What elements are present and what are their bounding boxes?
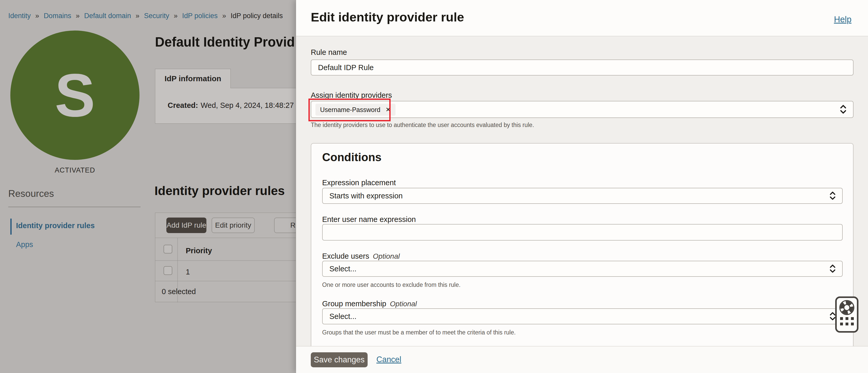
expression-placement-value: Starts with expression (330, 192, 403, 200)
username-expression-label: Enter user name expression (322, 215, 416, 224)
conditions-card: Conditions Expression placement Starts w… (311, 143, 854, 350)
chip-remove-icon[interactable]: ✕ (385, 106, 391, 113)
group-membership-select[interactable]: Select... (322, 308, 843, 324)
lifebuoy-icon (839, 299, 855, 316)
save-changes-button[interactable]: Save changes (311, 352, 368, 367)
stepper-icon (829, 263, 836, 274)
conditions-heading: Conditions (322, 151, 381, 164)
table-divider (155, 260, 320, 261)
breadcrumb-separator: » (35, 12, 39, 20)
breadcrumb: Identity » Domains » Default domain » Se… (8, 12, 283, 20)
table-divider (155, 281, 320, 281)
edit-priority-button[interactable]: Edit priority (212, 218, 255, 233)
status-badge: ACTIVATED (10, 166, 140, 174)
select-all-checkbox[interactable] (163, 245, 172, 254)
help-widget-launcher[interactable] (835, 296, 859, 333)
exclude-users-helper: One or more user accounts to exclude fro… (322, 281, 461, 288)
page-title: Default Identity Provid (155, 34, 295, 50)
edit-idp-rule-panel: Edit identity provider rule Help Rule na… (296, 0, 868, 373)
panel-title: Edit identity provider rule (311, 10, 464, 24)
avatar: S (10, 31, 140, 160)
idp-rules-table: Add IdP rule Edit priority Remo Priority… (155, 212, 320, 302)
rules-section-heading: Identity provider rules (154, 184, 285, 198)
grid-dots-icon (840, 317, 854, 325)
sidebar-item-identity-provider-rules[interactable]: Identity provider rules (16, 222, 95, 230)
group-membership-label: Group membershipOptional (322, 299, 417, 308)
resources-divider (8, 207, 141, 207)
panel-header: Edit identity provider rule Help (296, 0, 868, 36)
tab-idp-information[interactable]: IdP information (155, 69, 231, 88)
exclude-users-select[interactable]: Select... (322, 261, 843, 277)
idp-chip-label: Username-Password (320, 106, 380, 114)
breadcrumb-link-security[interactable]: Security (144, 12, 169, 20)
cancel-link[interactable]: Cancel (376, 355, 401, 364)
optional-tag: Optional (373, 252, 400, 260)
group-membership-value: Select... (330, 312, 356, 321)
assign-idp-label: Assign identity providers (311, 91, 392, 99)
created-timestamp: Created:Wed, Sep 4, 2024, 18:48:27 UT (168, 101, 306, 110)
created-value: Wed, Sep 4, 2024, 18:48:27 UT (201, 101, 306, 109)
selected-count: 0 selected (162, 287, 196, 296)
idp-chip: Username-Password ✕ (315, 104, 396, 116)
avatar-initial: S (55, 60, 95, 131)
expression-placement-select[interactable]: Starts with expression (322, 188, 843, 204)
stepper-icon (839, 104, 847, 115)
help-link[interactable]: Help (834, 15, 851, 24)
panel-footer: Save changes Cancel (296, 346, 868, 373)
breadcrumb-link-default-domain[interactable]: Default domain (84, 12, 131, 20)
breadcrumb-link-idp-policies[interactable]: IdP policies (182, 12, 218, 20)
selected-indicator-bar (10, 219, 11, 235)
breadcrumb-separator: » (76, 12, 80, 20)
created-label: Created: (168, 101, 198, 109)
resources-heading: Resources (8, 188, 54, 199)
exclude-users-value: Select... (330, 265, 356, 273)
breadcrumb-separator: » (222, 12, 226, 20)
breadcrumb-link-domains[interactable]: Domains (44, 12, 71, 20)
sidebar-item-apps[interactable]: Apps (16, 240, 33, 249)
optional-tag: Optional (390, 300, 417, 308)
breadcrumb-separator: » (135, 12, 140, 20)
assign-idp-multiselect[interactable]: Username-Password ✕ (311, 101, 854, 118)
idp-information-card: Created:Wed, Sep 4, 2024, 18:48:27 UT (155, 88, 320, 124)
stepper-icon (829, 191, 836, 201)
breadcrumb-link-identity[interactable]: Identity (8, 12, 31, 20)
priority-cell: 1 (186, 268, 190, 276)
add-idp-rule-button[interactable]: Add IdP rule (166, 218, 207, 233)
priority-column-header: Priority (186, 247, 212, 255)
rule-name-label: Rule name (311, 48, 347, 57)
row-checkbox[interactable] (163, 266, 172, 275)
table-divider (155, 238, 320, 238)
assign-idp-helper: The identity providers to use to authent… (311, 121, 534, 128)
group-membership-helper: Groups that the user must be a member of… (322, 329, 516, 336)
exclude-users-label: Exclude usersOptional (322, 252, 400, 260)
rule-name-input[interactable] (311, 59, 854, 76)
expression-placement-label: Expression placement (322, 178, 396, 187)
breadcrumb-current: IdP policy details (231, 12, 283, 20)
username-expression-input[interactable] (322, 224, 843, 240)
breadcrumb-separator: » (174, 12, 178, 20)
